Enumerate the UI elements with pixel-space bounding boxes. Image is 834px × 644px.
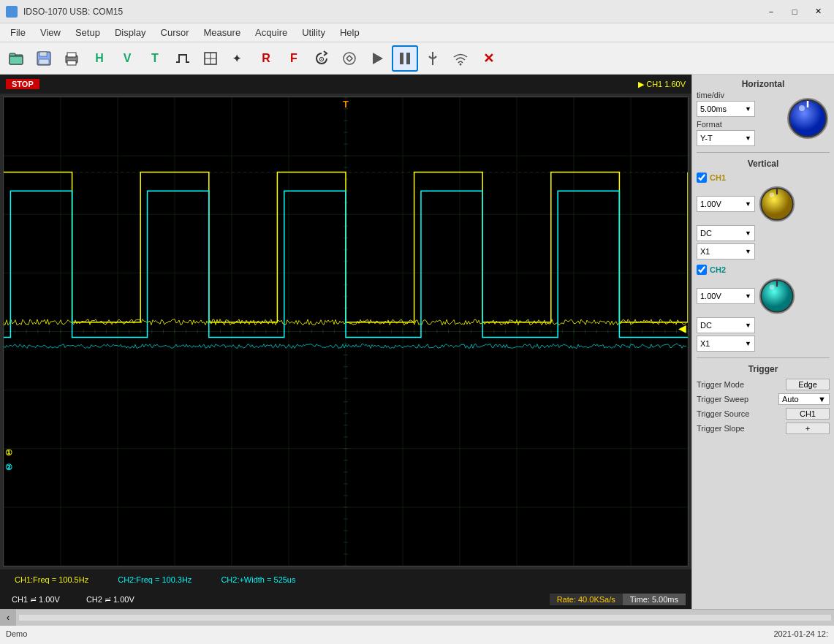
ch2-name: CH2 (710, 265, 726, 274)
v-t-divider (697, 357, 830, 358)
ch1-probe-select[interactable]: X1 ▼ (697, 243, 755, 260)
ch2-width-measurement: CH2:+Width = 525us (221, 575, 295, 584)
window-title: IDSO-1070 USB: COM15 (23, 7, 761, 17)
minimize-button[interactable]: − (761, 4, 781, 19)
stop-btn[interactable] (392, 45, 418, 72)
footer-datetime: 2021-01-24 12: (773, 629, 828, 638)
ch1-volts-value: 1.00V (700, 200, 721, 208)
main-area: STOP ▶ CH1 1.60V T ① ② ◀ CH1:Freq = 100.… (0, 75, 834, 609)
ch2-row: CH2 (697, 265, 830, 275)
trigger-sweep-select[interactable]: Auto ▼ (778, 393, 830, 405)
svg-rect-5 (39, 59, 49, 64)
ch1-controls: 1.00V ▼ (697, 185, 830, 223)
run-btn[interactable] (364, 45, 390, 72)
trigger-title: Trigger (697, 364, 830, 374)
ch1-knob[interactable] (758, 185, 796, 223)
print-btn[interactable] (58, 45, 85, 72)
window-controls: − □ ✕ (761, 4, 828, 19)
menu-measure[interactable]: Measure (197, 23, 249, 42)
trigger-slope-row: Trigger Slope + (697, 423, 830, 434)
ch1-coupling-select[interactable]: DC ▼ (697, 225, 755, 241)
math-btn[interactable]: ✦ (225, 45, 251, 72)
single-btn[interactable] (420, 45, 446, 72)
ch1-coupling-probe: DC ▼ (697, 225, 830, 241)
time-display: Time: 5.00ms (623, 594, 686, 605)
trigger-source-row: Trigger Source CH1 (697, 408, 830, 420)
menu-help[interactable]: Help (333, 23, 367, 42)
auto-set-btn[interactable] (336, 45, 363, 72)
right-panel: Horizontal time/div 5.00ms ▼ Format Y-T … (691, 75, 834, 609)
menu-file[interactable]: File (3, 23, 33, 42)
open-btn[interactable] (3, 45, 29, 72)
ch2-knob[interactable] (758, 277, 796, 315)
svg-rect-2 (10, 56, 23, 64)
trigger-sweep-row: Trigger Sweep Auto ▼ (697, 393, 830, 405)
svg-text:⊙: ⊙ (319, 56, 325, 63)
stop-badge: STOP (6, 79, 39, 89)
ch1-scale-status: CH1 ≓ 1.00V (6, 595, 66, 605)
trigger-sweep-label: Trigger Sweep (697, 395, 748, 404)
ch1-probe-value: X1 (700, 247, 710, 256)
svg-point-14 (344, 53, 355, 64)
oscilloscope-waveform (4, 97, 688, 566)
ch2-probe-select[interactable]: X1 ▼ (697, 336, 755, 352)
single-icon (425, 50, 441, 67)
menu-acquire[interactable]: Acquire (248, 23, 295, 42)
menu-view[interactable]: View (33, 23, 68, 42)
ref-R-btn[interactable]: R (253, 45, 279, 72)
menu-display[interactable]: Display (107, 23, 153, 42)
save-btn[interactable] (31, 45, 57, 72)
horizontal-knob[interactable] (786, 96, 830, 140)
scope-canvas[interactable]: T ① ② ◀ (3, 96, 689, 567)
menu-bar: File View Setup Display Cursor Measure A… (0, 23, 834, 42)
scrollbar-track[interactable] (19, 615, 831, 621)
ch1-checkbox[interactable] (697, 173, 707, 183)
toolbar-close-btn[interactable]: ✕ (475, 45, 501, 72)
fft-F-btn[interactable]: F (281, 45, 307, 72)
recall-btn[interactable]: ⊙ (308, 45, 335, 72)
svg-rect-1 (10, 53, 15, 56)
scrollbar-left-btn[interactable]: ‹ (0, 610, 16, 626)
trigger-mode-row: Trigger Mode Edge (697, 379, 830, 390)
footer-demo-label: Demo (6, 629, 27, 638)
T-btn[interactable]: T (142, 45, 168, 72)
ch2-channel-label: ② (5, 463, 15, 472)
menu-setup[interactable]: Setup (68, 23, 107, 42)
ch1-volts-select[interactable]: 1.00V ▼ (697, 196, 755, 212)
close-button[interactable]: ✕ (808, 4, 828, 19)
horizontal-title: Horizontal (697, 79, 830, 89)
footer: Demo 2021-01-24 12: (0, 625, 834, 641)
svg-marker-15 (373, 53, 383, 64)
trigger-t-marker: T (343, 99, 349, 110)
ch2-volts-select[interactable]: 1.00V ▼ (697, 288, 755, 304)
horizontal-selects: time/div 5.00ms ▼ Format Y-T ▼ (697, 91, 780, 146)
h-v-divider (697, 152, 830, 153)
ch1-name: CH1 (710, 173, 726, 182)
svg-rect-16 (400, 53, 403, 64)
H-btn[interactable]: H (86, 45, 113, 72)
wifi-btn[interactable] (447, 45, 474, 72)
menu-cursor[interactable]: Cursor (153, 23, 197, 42)
maximize-button[interactable]: □ (784, 4, 805, 19)
vertical-title: Vertical (697, 159, 830, 169)
autoset-icon (341, 50, 357, 67)
trigger-section: Trigger Trigger Mode Edge Trigger Sweep … (697, 364, 830, 434)
horizontal-controls: time/div 5.00ms ▼ Format Y-T ▼ (697, 91, 830, 146)
trigger-source-value: CH1 (786, 408, 830, 420)
ch2-coupling-row: DC ▼ (697, 317, 830, 333)
rate-time-display: Rate: 40.0KSa/s Time: 5.00ms (550, 594, 686, 605)
svg-point-25 (770, 192, 775, 197)
cursor-grid-btn[interactable] (197, 45, 224, 72)
ch2-coupling-select[interactable]: DC ▼ (697, 317, 755, 333)
svg-text:✦: ✦ (232, 53, 241, 64)
V-btn[interactable]: V (114, 45, 140, 72)
time-div-select[interactable]: 5.00ms ▼ (697, 101, 755, 117)
menu-utility[interactable]: Utility (295, 23, 333, 42)
format-select[interactable]: Y-T ▼ (697, 130, 755, 146)
ch2-probe-row: X1 ▼ (697, 336, 830, 352)
scope-area: STOP ▶ CH1 1.60V T ① ② ◀ CH1:Freq = 100.… (0, 75, 691, 609)
ch2-checkbox[interactable] (697, 265, 707, 275)
measure-pulse-btn[interactable] (170, 45, 196, 72)
run-icon (369, 50, 385, 67)
time-div-label: time/div (697, 91, 780, 99)
